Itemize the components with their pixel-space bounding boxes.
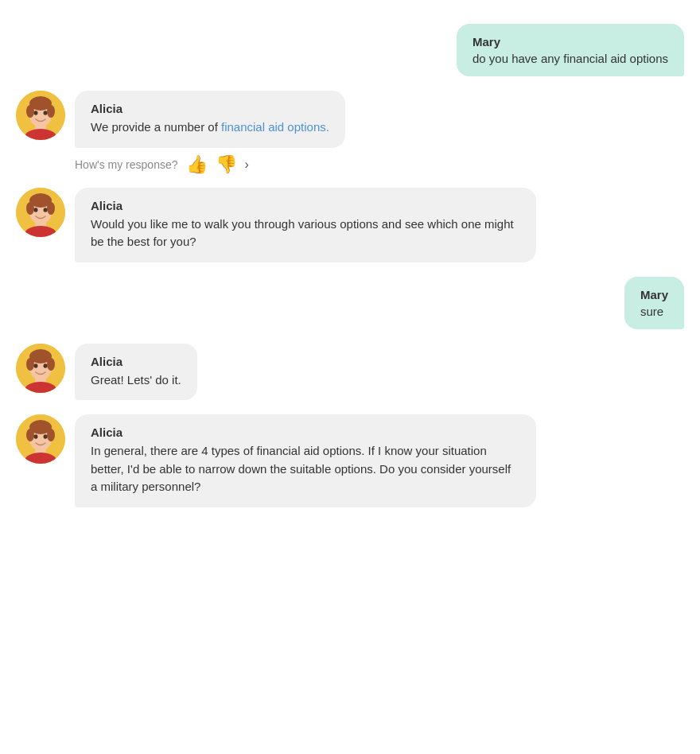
- svg-point-15: [47, 202, 55, 215]
- feedback-arrow[interactable]: ›: [245, 157, 249, 172]
- user-message-text-1: do you have any financial aid options: [472, 52, 668, 65]
- bot-bubble-2: Alicia Would you like me to walk you thr…: [75, 188, 536, 262]
- thumbs-down-button[interactable]: 👎: [216, 156, 237, 173]
- avatar-1: [16, 91, 65, 140]
- bot-bubble-4: Alicia In general, there are 4 types of …: [75, 414, 536, 507]
- user-bubble-1: Mary do you have any financial aid optio…: [457, 24, 684, 76]
- svg-point-7: [34, 111, 38, 115]
- thumbs-up-button[interactable]: 👍: [186, 156, 208, 173]
- bot-message-text-prefix: We provide a number of: [91, 120, 221, 134]
- message-row-bot-2: Alicia Would you like me to walk you thr…: [16, 188, 684, 262]
- bot-message-text-4: In general, there are 4 types of financi…: [91, 442, 520, 496]
- message-row-bot-3: Alicia Great! Lets' do it.: [16, 344, 684, 401]
- feedback-row-1: How's my response? 👍 👎 ›: [16, 156, 684, 173]
- financial-aid-link[interactable]: financial aid options.: [221, 120, 329, 134]
- message-row-user-1: Mary do you have any financial aid optio…: [16, 24, 684, 76]
- bot-message-text-2: Would you like me to walk you through va…: [91, 216, 520, 251]
- svg-point-35: [44, 434, 48, 439]
- bot-message-text-1: We provide a number of financial aid opt…: [91, 119, 329, 137]
- svg-point-6: [47, 105, 55, 118]
- svg-point-25: [34, 363, 38, 368]
- svg-point-14: [26, 202, 34, 215]
- bot-bubble-1: Alicia We provide a number of financial …: [75, 91, 345, 148]
- avatar-4: [16, 414, 65, 464]
- svg-point-16: [34, 208, 38, 212]
- svg-point-5: [26, 105, 34, 118]
- bot-sender-name-3: Alicia: [91, 355, 181, 368]
- svg-point-17: [44, 208, 48, 212]
- svg-point-33: [47, 429, 55, 441]
- bot-message-text-3: Great! Lets' do it.: [91, 371, 181, 390]
- svg-point-34: [34, 434, 38, 439]
- avatar-3: [16, 344, 65, 393]
- svg-point-32: [26, 429, 34, 441]
- svg-point-8: [44, 111, 48, 115]
- user-bubble-2: Mary sure: [624, 277, 684, 329]
- user-message-text-2: sure: [640, 305, 668, 318]
- bot-bubble-3: Alicia Great! Lets' do it.: [75, 344, 197, 401]
- feedback-label: How's my response?: [75, 158, 178, 171]
- svg-point-23: [26, 358, 34, 371]
- svg-point-24: [47, 358, 55, 371]
- chat-container: Mary do you have any financial aid optio…: [16, 24, 684, 507]
- message-group-bot-1: Alicia We provide a number of financial …: [16, 91, 684, 173]
- svg-point-26: [44, 363, 48, 368]
- avatar-2: [16, 188, 65, 237]
- bot-sender-name-1: Alicia: [91, 102, 329, 115]
- bot-sender-name-4: Alicia: [91, 426, 520, 439]
- message-row-user-2: Mary sure: [16, 277, 684, 329]
- user-sender-name-1: Mary: [472, 35, 668, 49]
- message-row-bot-1: Alicia We provide a number of financial …: [16, 91, 684, 148]
- bot-sender-name-2: Alicia: [91, 199, 520, 212]
- user-sender-name-2: Mary: [640, 288, 668, 301]
- message-row-bot-4: Alicia In general, there are 4 types of …: [16, 414, 684, 507]
